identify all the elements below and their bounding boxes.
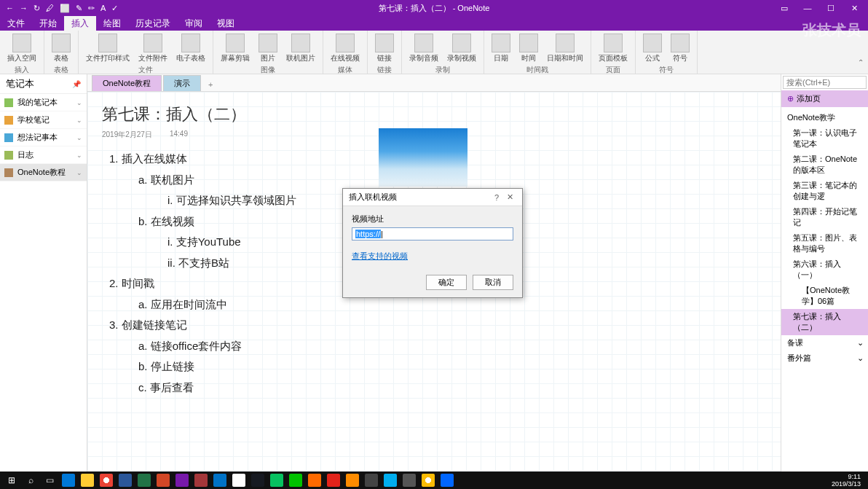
page-item[interactable]: 第三课：笔记本的创建与逻 [781,178,868,204]
menu-tab-开始[interactable]: 开始 [32,16,64,31]
mail-icon[interactable] [230,473,248,488]
app-icon-1[interactable] [306,473,323,488]
taskview-icon[interactable]: ▭ [41,473,58,488]
chrome-icon[interactable] [98,473,115,488]
ribbon-btn-联机图片[interactable]: 联机图片 [283,32,318,63]
notebook-item[interactable]: 我的笔记本⌄ [0,94,87,112]
ribbon-btn-电子表格[interactable]: 电子表格 [173,32,208,63]
notebook-item[interactable]: 日志⌄ [0,146,87,164]
qat-pen[interactable]: 🖊 [46,4,54,12]
cancel-button[interactable]: 取消 [473,275,513,290]
search-input[interactable] [783,76,867,89]
explorer-icon[interactable] [79,473,96,488]
notebook-item[interactable]: 想法记事本⌄ [0,129,87,146]
video-url-input[interactable]: https://| [352,227,513,240]
wechat-icon[interactable] [268,473,285,488]
ribbon-btn-符号[interactable]: 符号 [668,32,693,63]
supported-videos-link[interactable]: 查看支持的视频 [352,251,408,262]
page-item[interactable]: 第七课：插入（二） [781,309,868,335]
dialog-help-icon[interactable]: ? [490,193,503,202]
notebook-item[interactable]: 学校笔记⌄ [0,112,87,129]
page-item[interactable]: 【OneNote教学】06篇 [781,283,868,309]
ribbon-btn-在线视频[interactable]: 在线视频 [328,32,363,63]
app-icon-6[interactable] [401,473,418,488]
ribbon-btn-文件打印样式[interactable]: 文件打印样式 [83,32,133,63]
page-section-header[interactable]: OneNote教学 [781,110,868,125]
app-icon-4[interactable] [363,473,380,488]
ribbon-btn-页面模板[interactable]: 页面模板 [596,32,631,63]
page-group[interactable]: 番外篇⌄ [781,351,868,366]
menu-tab-插入[interactable]: 插入 [64,16,96,31]
add-page-button[interactable]: 添加页 [781,90,868,107]
minimize-button[interactable]: — [798,4,817,13]
line-icon[interactable] [287,473,304,488]
qat-back[interactable]: ← [6,4,14,12]
ribbon-btn-图片[interactable]: 图片 [256,32,280,63]
ribbon-btn-链接[interactable]: 链接 [372,32,397,63]
menu-bar: 文件开始插入绘图历史记录审阅视图 [0,16,868,31]
ribbon-btn-日期和时间[interactable]: 日期和时间 [544,32,586,63]
app-icon-3[interactable] [344,473,361,488]
ribbon-btn-屏幕剪辑[interactable]: 屏幕剪辑 [218,32,253,63]
add-section-button[interactable]: + [202,78,218,91]
section-tab[interactable]: 演示 [163,75,201,91]
pin-icon[interactable]: 📌 [72,80,81,88]
ribbon-btn-文件附件[interactable]: 文件附件 [135,32,170,63]
notebook-item[interactable]: OneNote教程⌄ [0,164,87,181]
edge-icon[interactable] [60,473,77,488]
ribbon-btn-录制音频[interactable]: 录制音频 [406,32,441,63]
excel-icon[interactable] [135,473,153,488]
ok-button[interactable]: 确定 [426,275,467,290]
page-item[interactable]: 第五课：图片、表格与编号 [781,230,868,257]
ribbon-btn-时间[interactable]: 时间 [516,32,541,63]
qat-font[interactable]: A [100,4,106,12]
app-icon-5[interactable] [382,473,399,488]
app-icon-7[interactable] [438,473,456,488]
chrome-icon-2[interactable] [419,473,437,488]
qat-draw[interactable]: ✎ [76,4,82,13]
onenote-icon[interactable] [173,473,191,488]
search-icon[interactable]: ⌕ [22,473,39,488]
menu-tab-审阅[interactable]: 审阅 [178,16,210,31]
word-icon[interactable] [117,473,134,488]
section-tab[interactable]: OneNote教程 [92,75,162,91]
qat-more[interactable]: ✓ [111,4,118,13]
ribbon-btn-插入空间[interactable]: 插入空间 [4,32,39,63]
outline-item[interactable]: 3. 创建链接笔记 [102,315,766,336]
powerpoint-icon[interactable] [154,473,172,488]
menu-tab-历史记录[interactable]: 历史记录 [128,16,178,31]
collapse-ribbon-icon[interactable]: ⌃ [858,58,864,66]
qat-undo[interactable]: ↻ [33,4,40,13]
ribbon-btn-日期[interactable]: 日期 [489,32,513,63]
qat-forward[interactable]: → [20,4,28,12]
qat-highlight[interactable]: ⬜ [60,4,70,13]
outline-item[interactable]: a. 链接office套件内容 [102,336,766,357]
page-item[interactable]: 第一课：认识电子笔记本 [781,125,868,152]
page-item[interactable]: 第六课：插入（一） [781,257,868,283]
page-group[interactable]: 备课⌄ [781,335,868,351]
qat-pencil[interactable]: ✏ [88,4,95,13]
ribbon-btn-公式[interactable]: 公式 [640,32,665,63]
maximize-button[interactable]: ☐ [821,4,840,13]
menu-tab-视图[interactable]: 视图 [210,16,242,31]
page-item[interactable]: 第二课：OneNote的版本区 [781,152,868,178]
inserted-image[interactable] [379,128,467,187]
system-clock[interactable]: 9:112019/3/13 [832,473,865,488]
access-icon[interactable] [192,473,210,488]
outline-item[interactable]: c. 事后查看 [102,377,766,399]
page-item[interactable]: 第四课：开始记笔记 [781,204,868,230]
ribbon-options-icon[interactable]: ▭ [775,4,794,13]
outlook-icon[interactable] [211,473,229,488]
ribbon-btn-表格[interactable]: 表格 [49,32,74,63]
outline-item[interactable]: b. 停止链接 [102,356,766,377]
start-button[interactable]: ⊞ [3,473,20,488]
app-icon-2[interactable] [325,473,342,488]
ribbon-group-符号: 公式符号符号 [636,31,698,74]
menu-tab-文件[interactable]: 文件 [0,16,32,31]
ribbon-btn-录制视频[interactable]: 录制视频 [444,32,479,63]
close-button[interactable]: ✕ [845,4,864,13]
steam-icon[interactable] [249,473,267,488]
page-title[interactable]: 第七课：插入（二） [102,103,766,125]
menu-tab-绘图[interactable]: 绘图 [96,16,128,31]
dialog-close-icon[interactable]: ✕ [503,192,516,202]
